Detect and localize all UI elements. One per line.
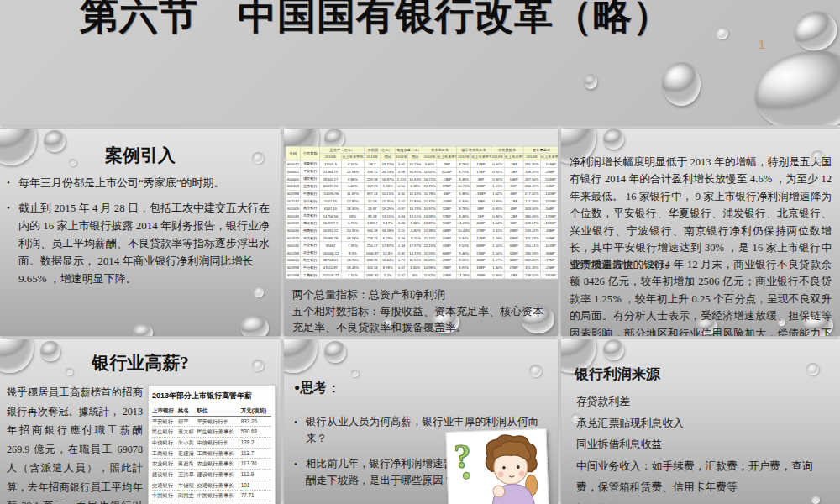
table-cell: 1.215 bbox=[396, 176, 408, 183]
table-row: 600000浦发银行28302.178.88%229.5816.87%1.215… bbox=[286, 176, 558, 183]
table-row: 交通银行牛锡明交通银行董事长101 bbox=[152, 480, 271, 491]
table-cell: 宁波银行 bbox=[301, 197, 320, 205]
col-subheader: 2014年 bbox=[457, 154, 471, 160]
table-cell: 姜建清 bbox=[178, 448, 197, 459]
table-cell: 0.73 bbox=[396, 256, 408, 264]
table-cell: 601939 bbox=[286, 219, 301, 227]
table-cell: 204.19% bbox=[523, 182, 540, 190]
table-cell: 600000 bbox=[286, 176, 301, 183]
table-cell: 16BP bbox=[504, 176, 523, 183]
water-droplet-decoration bbox=[716, 27, 728, 39]
table-cell: 11.94% bbox=[408, 256, 423, 264]
col-header: 核心资本充足率 bbox=[457, 146, 491, 153]
table-cell: 7BP bbox=[437, 160, 457, 168]
table-cell: 20.31% bbox=[341, 227, 364, 234]
water-droplet-decoration bbox=[749, 45, 840, 125]
col-header: 公司简称 bbox=[301, 146, 320, 160]
table-cell: 建设银行 bbox=[301, 219, 320, 227]
table-cell: 董文标 bbox=[178, 427, 197, 438]
table-cell: 560.18 bbox=[365, 227, 381, 234]
profit-source-list: 存贷款利差 承兑汇票贴现利息收入 同业拆借利息收益 中间业务收入：如手续费，汇款… bbox=[576, 391, 832, 504]
table-cell: 蒋超良 bbox=[178, 459, 197, 470]
water-droplet-decoration bbox=[529, 365, 542, 377]
table-cell: -13BP bbox=[437, 176, 457, 183]
table-cell: 0.92% bbox=[491, 168, 504, 176]
table-cell: 002142 bbox=[286, 197, 301, 205]
table-cell: 9.17% bbox=[381, 219, 396, 227]
thinking-heading: ●思考： bbox=[294, 380, 340, 397]
table-cell: 198.19% bbox=[523, 168, 540, 176]
table-cell: 12BP bbox=[470, 234, 491, 242]
table-cell: 181.26% bbox=[523, 264, 540, 271]
table-cell: 3BP bbox=[470, 176, 491, 183]
col-subheader: 2014年 bbox=[396, 154, 408, 160]
table-cell: 181.23% bbox=[523, 234, 540, 242]
table-cell: 8BP bbox=[470, 205, 491, 213]
table-row: 601818光大银行26686.7818.94%158.726.29%0.34-… bbox=[286, 234, 558, 242]
table-cell: 0.89% bbox=[491, 197, 504, 205]
table-cell: -104BP bbox=[540, 160, 558, 168]
table-cell: 158.72 bbox=[365, 234, 381, 242]
water-droplet-decoration bbox=[662, 62, 701, 106]
table-cell: 9.46% bbox=[457, 249, 471, 257]
table-row: 中信银行朱小黄中信银行行长128.2 bbox=[152, 437, 271, 448]
table-cell: 10.29% bbox=[408, 160, 423, 168]
table-cell: -513BP bbox=[540, 176, 558, 183]
table-cell: 112BP bbox=[437, 168, 457, 176]
table-row: 601328交通银行62039.965.42%367.735.98%0.506.… bbox=[286, 182, 558, 190]
table-cell: -191BP bbox=[540, 271, 558, 279]
table-cell: 601169 bbox=[286, 213, 301, 220]
table-cell: 10.44% bbox=[457, 227, 471, 234]
bank-financials-table-wrap: 代码 公司简称 总资产（亿元） 净利润（亿元） 每股收益（元） 资本充足率 核心… bbox=[286, 146, 558, 279]
table-cell: -60BP bbox=[540, 234, 558, 242]
table-cell: 229.58 bbox=[365, 176, 381, 183]
table-cell: 601288 bbox=[286, 249, 301, 257]
table-row: 601288农业银行160066.128.9%1040.8712.8%0.321… bbox=[286, 249, 558, 257]
page-number: 1 bbox=[759, 38, 765, 51]
table-cell: 中国银行董事长 bbox=[197, 491, 240, 501]
table-cell: 33BP bbox=[504, 234, 523, 242]
salary-table-body: 平安银行邵平平安银行行长833.26民生银行董文标民生银行董事长530.68中信… bbox=[152, 416, 271, 501]
table-cell: 7.2% bbox=[381, 271, 396, 279]
table-row: 600036招商银行50331.2220.31%560.1816.18%1.21… bbox=[286, 227, 558, 234]
table-cell: 601998 bbox=[286, 264, 301, 271]
bullet-item: •每年三月份都是上市公司“秀家底”的时期。 bbox=[7, 174, 274, 192]
table-cell: 8% bbox=[408, 271, 423, 279]
salary-paragraph-1: 幾乎穩居員工高薪榜首的招商銀行再次奪冠。據統計， 2013 年招商銀行應付職工薪… bbox=[7, 386, 143, 504]
table-cell: 9.90% bbox=[423, 160, 437, 168]
table-cell: 南京银行 bbox=[301, 205, 320, 213]
table-cell: 267.94% bbox=[523, 176, 540, 183]
table-cell: 中信银行行长 bbox=[197, 437, 240, 448]
table-cell: 1.19% bbox=[491, 234, 504, 242]
col-header: 资本充足率 bbox=[423, 146, 457, 153]
table-summary: 两个总量指标：总资产和净利润 五个相对数指标：每股收益、资本充足率、核心资本充足… bbox=[292, 286, 553, 336]
table-cell: 15.35% bbox=[381, 197, 396, 205]
table-cell: 250.27 bbox=[365, 242, 381, 249]
table-cell: -102BP bbox=[540, 242, 558, 249]
bullet-text: 每年三月份都是上市公司“秀家底”的时期。 bbox=[18, 174, 225, 192]
slide-title: 银行利润来源 bbox=[575, 365, 660, 384]
slide-profit-analysis: 净利润增长幅度明显低于 2013 年的增幅，特别是五大国有银行 2014 年的合… bbox=[561, 129, 840, 336]
water-droplet-decoration bbox=[603, 129, 624, 150]
table-row: 601398工商银行202026.777.33%1681.817.2%0.428… bbox=[286, 271, 558, 279]
water-droplet-decoration bbox=[133, 323, 153, 336]
table-cell: 1.21 bbox=[396, 227, 408, 234]
table-cell: 光大银行 bbox=[301, 234, 320, 242]
table-cell: 16.78% bbox=[408, 205, 423, 213]
table-cell: 6.82% bbox=[408, 264, 423, 271]
table-cell: 10.38% bbox=[423, 213, 437, 220]
table-cell: 12.94% bbox=[341, 168, 364, 176]
executive-salary-table: 上市银行 姓名 职位 万元(税前) 平安银行邵平平安银行行长833.26民生银行… bbox=[152, 406, 271, 501]
table-cell: 601166 bbox=[286, 242, 301, 249]
bullet-marker: • bbox=[294, 413, 306, 448]
analysis-paragraph-2: 资产质量方面， 2014 年 12 月末，商业银行不良贷款余额 8426 亿元，… bbox=[570, 256, 832, 336]
table-subheader-row: 2014年 比上年末变化 2014年 同比 2014年 同比 2014年 比上年… bbox=[286, 154, 558, 160]
table-cell: 4BP bbox=[504, 205, 523, 213]
table-cell: 工商银行 bbox=[152, 448, 178, 459]
table-cell: 朱小黄 bbox=[178, 437, 197, 448]
table-cell: 600036 bbox=[286, 227, 301, 234]
table-cell: 601988 bbox=[286, 190, 301, 197]
table-cell: 招商银行 bbox=[301, 227, 320, 234]
table-cell: 0.42 bbox=[396, 271, 408, 279]
table-cell: 8.48% bbox=[457, 176, 471, 183]
